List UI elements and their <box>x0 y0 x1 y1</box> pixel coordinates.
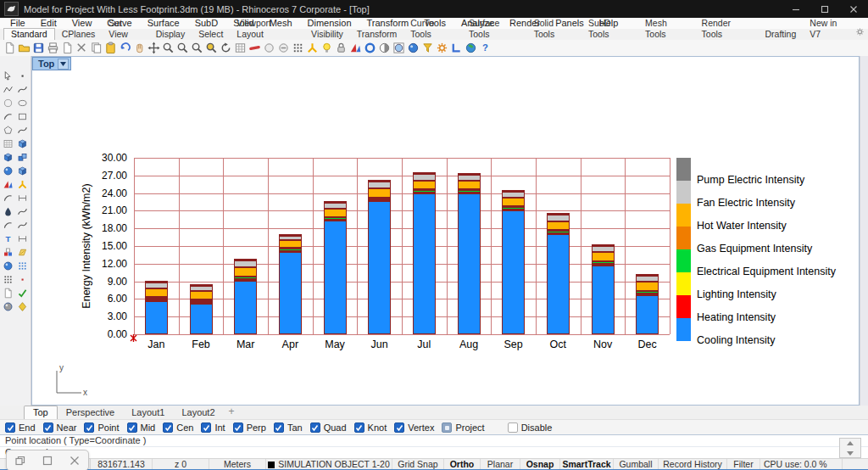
toolbar-tab-mesh-tools[interactable]: Mesh Tools <box>638 18 695 40</box>
layer-tools-icon[interactable] <box>348 41 363 55</box>
toolbar-tab-cplanes[interactable]: CPlanes <box>55 29 103 40</box>
curve-tools-icon[interactable] <box>1 219 14 231</box>
worldmap-icon[interactable] <box>464 41 478 55</box>
osnap-toggle-cen[interactable]: Cen <box>163 422 193 433</box>
hide-objects-icon[interactable] <box>276 41 291 55</box>
restore-icon[interactable] <box>15 456 25 466</box>
menu-view[interactable]: View <box>64 18 100 29</box>
toolbar-tab-subd-tools[interactable]: SubD Tools <box>581 18 638 40</box>
toolbar-tab-render-tools[interactable]: Render Tools <box>695 18 759 40</box>
paste-icon[interactable] <box>103 41 118 55</box>
scroll-down-icon[interactable] <box>847 450 854 456</box>
toolbar-tab-viewport-layout[interactable]: Viewport Layout <box>230 18 304 40</box>
notes-icon[interactable] <box>1 287 14 299</box>
checkbox-on[interactable] <box>274 422 284 433</box>
osnap-toggle-int[interactable]: Int <box>201 422 225 433</box>
rotate-view-icon[interactable] <box>219 41 233 55</box>
boolean-icon[interactable] <box>1 178 14 190</box>
save-icon[interactable] <box>31 41 46 55</box>
checkbox-on[interactable] <box>127 422 137 433</box>
undo-icon[interactable] <box>118 41 132 55</box>
toolbar-tab-select[interactable]: Select <box>192 29 230 40</box>
toolbar-tab-surface-tools[interactable]: Surface Tools <box>462 18 527 40</box>
properties-icon[interactable] <box>60 41 75 55</box>
check-icon[interactable] <box>15 287 29 299</box>
ellipse-icon[interactable] <box>15 97 29 109</box>
zoom-window-icon[interactable] <box>175 41 190 55</box>
render-icon[interactable] <box>363 41 377 55</box>
command-prompt[interactable]: Command: <box>0 447 868 459</box>
checkbox-on[interactable] <box>84 422 94 433</box>
shade-icon[interactable] <box>262 41 276 55</box>
osnap-toggle-project[interactable]: Project <box>442 422 484 433</box>
viewport-tab-layout1[interactable]: Layout1 <box>123 406 173 419</box>
zoom-dynamic-icon[interactable] <box>190 41 204 55</box>
array-icon[interactable] <box>1 273 14 285</box>
osnap-toggle-mid[interactable]: Mid <box>127 422 156 433</box>
move-icon[interactable] <box>147 41 161 55</box>
polyline-icon[interactable] <box>1 83 14 95</box>
toolbar-tab-standard[interactable]: Standard <box>3 28 55 40</box>
osnap-toggle-vertex[interactable]: Vertex <box>394 422 434 433</box>
select-arrow-icon[interactable] <box>1 70 14 81</box>
zoom-icon[interactable] <box>161 41 175 55</box>
lights-icon[interactable] <box>320 41 334 55</box>
grid-points-icon[interactable] <box>15 260 29 271</box>
command-area[interactable]: Point location ( Type=Coordinate ) Comma… <box>0 434 868 459</box>
osnap-toggle-knot[interactable]: Knot <box>354 422 387 433</box>
cylinder-icon[interactable] <box>1 165 14 176</box>
checkbox-on[interactable] <box>354 422 364 433</box>
point-icon[interactable] <box>15 70 29 81</box>
print-icon[interactable] <box>46 41 60 55</box>
raytrace-icon[interactable] <box>406 41 420 55</box>
viewport-menu-dropdown[interactable] <box>58 59 69 70</box>
osnap-toggle-quad[interactable]: Quad <box>310 422 347 433</box>
restore-button[interactable] <box>810 0 839 18</box>
checkbox-off[interactable] <box>508 422 518 433</box>
box-icon[interactable] <box>1 151 14 163</box>
command-scroll[interactable] <box>839 438 861 458</box>
solids-icon[interactable] <box>15 151 29 163</box>
checkbox-on[interactable] <box>310 422 320 433</box>
surface-patch-icon[interactable] <box>1 137 14 149</box>
checkbox-on[interactable] <box>394 422 404 433</box>
blend-icon[interactable] <box>1 205 14 217</box>
close-button[interactable] <box>839 0 868 18</box>
polygon-icon[interactable] <box>1 124 14 136</box>
pan-icon[interactable] <box>132 41 147 55</box>
block-icon[interactable] <box>1 246 14 258</box>
viewport-tab-perspective[interactable]: Perspective <box>58 406 123 419</box>
toolbar-tab-drafting[interactable]: Drafting <box>759 29 804 40</box>
osnap-toggle-disable[interactable]: Disable <box>508 422 553 433</box>
toolbar-tab-visibility[interactable]: Visibility <box>304 29 350 40</box>
osnap-toggle-near[interactable]: Near <box>43 422 77 433</box>
text-icon[interactable]: T <box>1 232 14 244</box>
toolbar-tab-new-in-v7[interactable]: New in V7 <box>803 18 855 40</box>
toolbar-tab-curve-tools[interactable]: Curve Tools <box>403 18 462 40</box>
osnap-toggle-point[interactable]: Point <box>84 422 119 433</box>
gem-icon[interactable] <box>15 300 29 312</box>
checkbox-on[interactable] <box>5 422 15 433</box>
rectangle-icon[interactable] <box>15 110 29 122</box>
arc-icon[interactable] <box>1 110 14 122</box>
osnap-toggle-tan[interactable]: Tan <box>274 422 303 433</box>
open-file-icon[interactable] <box>17 41 31 55</box>
osnap-toggle-end[interactable]: End <box>5 422 36 433</box>
circle-icon[interactable] <box>1 97 14 109</box>
stop-square-icon[interactable] <box>42 456 53 466</box>
explode-icon[interactable] <box>15 178 29 190</box>
osnap-points-icon[interactable] <box>291 41 305 55</box>
named-view-icon[interactable] <box>248 41 262 55</box>
copy-icon[interactable] <box>89 41 103 55</box>
toolbar-gear-icon[interactable] <box>855 25 865 40</box>
checkbox-on[interactable] <box>201 422 211 433</box>
history-icon[interactable] <box>15 273 29 285</box>
minimize-button[interactable] <box>782 0 810 18</box>
toolbar-tab-transform[interactable]: Transform <box>350 29 403 40</box>
offset-curve-icon[interactable] <box>15 205 29 217</box>
add-viewport-tab-button[interactable]: + <box>229 406 235 419</box>
toolbar-tab-solid-tools[interactable]: Solid Tools <box>527 18 581 40</box>
zoom-selected-icon[interactable] <box>204 41 219 55</box>
viewport-tab-top[interactable]: Top <box>24 406 58 419</box>
toolbar-tab-display[interactable]: Display <box>149 29 192 40</box>
